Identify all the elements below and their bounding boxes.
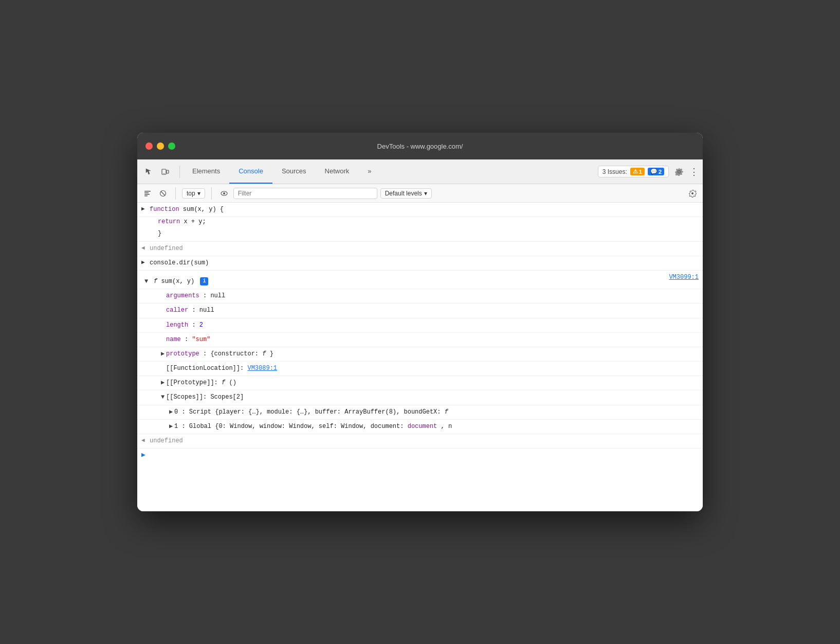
console-entry-fn-header: ▼ f sum(x, y) i — [137, 275, 703, 289]
svg-rect-4 — [144, 192, 149, 193]
toolbar-divider-3 — [211, 187, 212, 200]
warn-badge: ⚠ 1 — [630, 168, 645, 175]
expand-scope-1[interactable]: ▶ — [169, 422, 173, 432]
scope-0: ▶ 0 : Script {player: {…}, module: {…}, … — [137, 405, 703, 420]
toolbar-icons — [141, 165, 172, 179]
warn-icon: ⚠ — [633, 168, 638, 175]
console-prompt[interactable]: ▶ — [137, 449, 703, 453]
toolbar-divider-2 — [175, 187, 176, 200]
prop-prototype: ▶ prototype : {constructor: f } — [137, 347, 703, 362]
entry-arrow-expand[interactable]: ▶ — [141, 205, 145, 214]
toolbar-divider — [179, 166, 180, 178]
block-icon[interactable] — [157, 187, 169, 200]
scope-1: ▶ 1 : Global {0: Window, window: Window,… — [137, 420, 703, 434]
tab-console[interactable]: Console — [229, 159, 272, 184]
chevron-down-icon: ▾ — [197, 190, 200, 197]
chat-icon: 💬 — [650, 168, 658, 175]
context-selector[interactable]: top ▾ — [182, 188, 205, 199]
svg-rect-5 — [144, 194, 150, 195]
issues-badge[interactable]: 3 Issues: ⚠ 1 💬 2 — [598, 166, 669, 177]
prop-arguments: arguments : null — [137, 289, 703, 303]
prop-name: name : "sum" — [137, 333, 703, 347]
prop-proto: ▶ [[Prototype]]: f () — [137, 376, 703, 390]
level-select[interactable]: Default levels ▾ — [380, 188, 432, 199]
devtools-window: DevTools - www.google.com/ Elements — [137, 133, 703, 511]
console-settings-icon[interactable] — [686, 187, 699, 200]
tab-network[interactable]: Network — [316, 159, 359, 184]
prop-function-location: [[FunctionLocation]]: VM3089:1 — [137, 362, 703, 376]
console-entry-undefined-2: ◀ undefined — [137, 434, 703, 449]
entry-arrow-left: ◀ — [141, 244, 145, 253]
console-entry-brace: } — [137, 229, 703, 241]
entry-arrow-left-2: ◀ — [141, 436, 145, 445]
fn-info-badge[interactable]: i — [200, 277, 208, 285]
prop-length: length : 2 — [137, 318, 703, 333]
svg-rect-1 — [167, 170, 169, 173]
expand-proto[interactable]: ▶ — [161, 378, 165, 388]
svg-rect-6 — [144, 195, 148, 196]
prop-caller: caller : null — [137, 303, 703, 318]
svg-point-2 — [163, 173, 165, 174]
inspect-icon[interactable] — [141, 165, 156, 179]
tab-more[interactable]: » — [358, 159, 380, 184]
vm3089-link[interactable]: VM3089:1 — [247, 365, 277, 372]
filter-input[interactable] — [233, 188, 377, 199]
expand-scope-0[interactable]: ▶ — [169, 407, 173, 417]
svg-point-11 — [691, 192, 693, 194]
console-entry-undefined-1: ◀ undefined — [137, 242, 703, 256]
issues-label: 3 Issues: — [602, 168, 627, 175]
console-entry-return: return x + y; — [137, 217, 703, 229]
more-menu-icon[interactable]: ⋮ — [689, 166, 699, 177]
console-entry-vm-link: VM3099:1 — [137, 271, 703, 275]
toolbar-right: 3 Issues: ⚠ 1 💬 2 ⋮ — [598, 165, 699, 179]
svg-rect-3 — [144, 191, 151, 192]
info-badge: 💬 2 — [648, 168, 664, 175]
console-entry-dir: ▶ console.dir(sum) — [137, 256, 703, 271]
eye-icon[interactable] — [218, 187, 230, 200]
close-button[interactable] — [145, 142, 153, 150]
expand-scopes[interactable]: ▼ — [161, 392, 165, 402]
tab-sources[interactable]: Sources — [272, 159, 316, 184]
minimize-button[interactable] — [157, 142, 164, 150]
device-icon[interactable] — [158, 165, 172, 179]
expand-fn-icon[interactable]: ▼ — [144, 277, 148, 287]
titlebar: DevTools - www.google.com/ — [137, 133, 703, 159]
window-title: DevTools - www.google.com/ — [377, 142, 463, 150]
expand-prototype[interactable]: ▶ — [161, 349, 165, 359]
settings-button[interactable] — [672, 165, 686, 179]
prompt-arrow: ▶ — [141, 451, 145, 459]
svg-line-8 — [161, 191, 165, 195]
console-output: ▶ function sum(x, y) { return x + y; } ◀… — [137, 203, 703, 511]
chevron-down-icon-2: ▾ — [424, 190, 427, 197]
traffic-lights — [145, 142, 175, 150]
clear-console-button[interactable] — [141, 187, 154, 200]
tabs: Elements Console Sources Network » — [183, 159, 381, 184]
main-toolbar: Elements Console Sources Network » 3 Iss… — [137, 159, 703, 184]
console-toolbar: top ▾ Default levels ▾ — [137, 184, 703, 203]
tab-elements[interactable]: Elements — [183, 159, 229, 184]
console-entry-function-def: ▶ function sum(x, y) { — [137, 203, 703, 217]
maximize-button[interactable] — [168, 142, 175, 150]
entry-arrow-2[interactable]: ▶ — [141, 258, 145, 267]
svg-point-10 — [223, 192, 225, 194]
prop-scopes: ▼ [[Scopes]]: Scopes[2] — [137, 390, 703, 405]
